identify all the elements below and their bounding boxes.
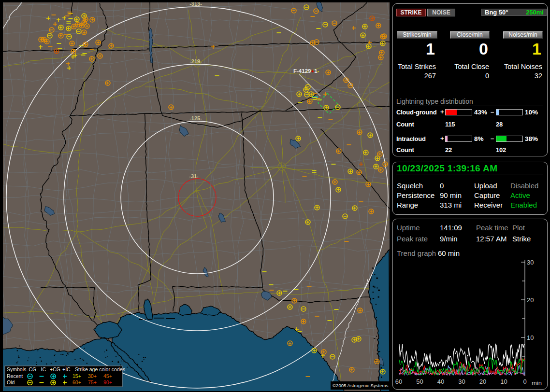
svg-text:Symbols: Symbols <box>7 366 26 372</box>
svg-text:10: 10 <box>500 378 507 385</box>
svg-text:-CG: -CG <box>27 366 36 372</box>
svg-text:90+: 90+ <box>103 379 112 385</box>
svg-text:30+: 30+ <box>88 373 97 379</box>
svg-text:75+: 75+ <box>88 379 97 385</box>
svg-text:20: 20 <box>527 296 534 304</box>
svg-text:40: 40 <box>437 378 444 385</box>
svg-text:+CG: +CG <box>50 366 60 372</box>
svg-text:-125-: -125- <box>189 115 202 121</box>
svg-text:Old: Old <box>7 379 15 385</box>
svg-text:-219-: -219- <box>189 58 202 64</box>
svg-text:©2005 Astrogenic Systems: ©2005 Astrogenic Systems <box>333 383 389 388</box>
svg-text:30: 30 <box>527 259 534 266</box>
svg-text:-IC: -IC <box>39 366 46 372</box>
svg-text:0: 0 <box>523 378 526 385</box>
svg-text:15+: 15+ <box>72 373 81 379</box>
svg-text:+IC: +IC <box>62 366 71 372</box>
svg-text:30: 30 <box>458 378 465 385</box>
svg-text:60+: 60+ <box>72 379 81 385</box>
svg-text:10: 10 <box>527 334 534 341</box>
svg-text:45+: 45+ <box>103 373 112 379</box>
svg-text:-31-: -31- <box>189 173 199 179</box>
svg-text:min: min <box>532 379 542 387</box>
svg-text:Strike age color codes: Strike age color codes <box>75 366 125 372</box>
svg-text:60: 60 <box>395 378 402 385</box>
svg-text:Recent: Recent <box>7 373 23 379</box>
svg-text:50: 50 <box>416 378 423 385</box>
svg-text:20: 20 <box>479 378 486 385</box>
svg-text:F-4129+1-: F-4129+1- <box>293 68 319 74</box>
